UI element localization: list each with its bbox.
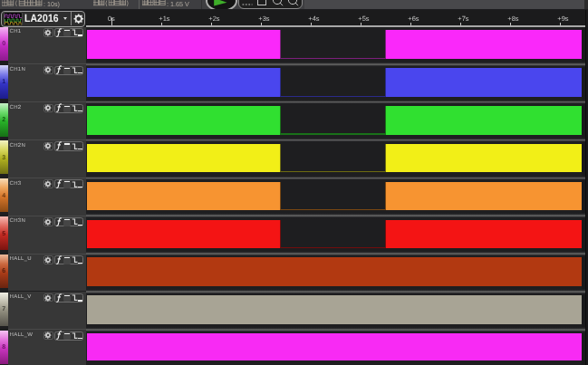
svg-text:: 10s): : 10s) — [43, 0, 60, 8]
svg-text:: 1.65 V: : 1.65 V — [167, 0, 189, 8]
